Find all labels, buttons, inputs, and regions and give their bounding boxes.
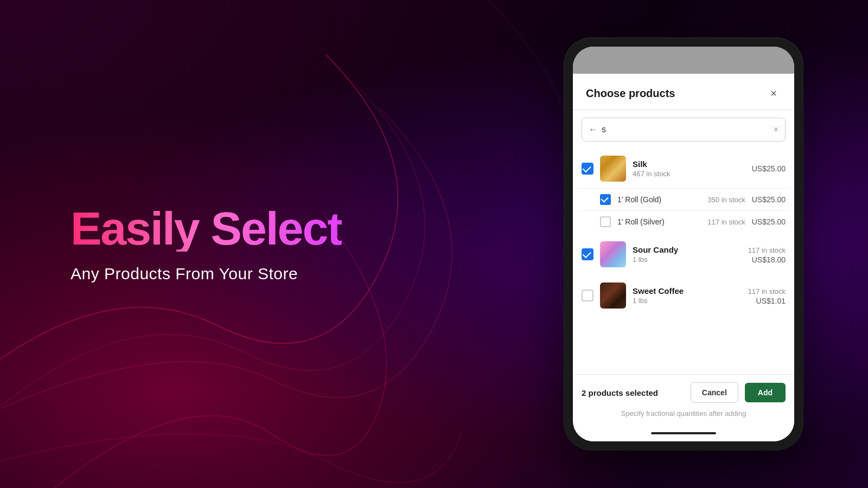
selected-count: 2 products selected [582,388,684,397]
product-price-silk: US$25.00 [752,164,786,173]
product-list: Silk 467 in stock US$25.00 1' Roll (Gold… [573,149,794,374]
product-stock-sweet-coffee: 1 lbs [633,297,742,305]
product-price-sweet-coffee: US$1.01 [756,297,786,305]
product-row-sweet-coffee[interactable]: Sweet Coffee 1 lbs 117 in stock US$1.01 [577,276,790,315]
variant-row-silk-silver[interactable]: 1' Roll (Silver) 117 in stock US$25.00 [577,211,790,233]
product-stock-silk: 467 in stock [633,170,745,178]
product-stock-sour-candy: 1 lbs [633,255,742,264]
sour-candy-right: 117 in stock US$18.00 [748,245,786,264]
checkbox-silk[interactable] [582,163,593,175]
product-row-silk[interactable]: Silk 467 in stock US$25.00 [577,149,790,189]
product-info-sour-candy: Sour Candy 1 lbs [633,245,742,264]
modal-footer: 2 products selected Cancel Add Specify f… [573,374,794,425]
product-price-sour-candy: US$18.00 [752,255,786,264]
product-group-sweet-coffee: Sweet Coffee 1 lbs 117 in stock US$1.01 [577,276,790,315]
product-info-silk: Silk 467 in stock [633,159,745,178]
product-group-silk: Silk 467 in stock US$25.00 1' Roll (Gold… [577,149,790,233]
variant-name-silk-silver: 1' Roll (Silver) [617,217,701,226]
phone-mockup: Choose products × ← s × [564,38,803,450]
search-bar: ← s × [582,118,786,142]
phone-topbar [573,47,794,74]
home-indicator [573,425,794,441]
search-clear-icon[interactable]: × [774,125,778,134]
variant-price-silk-silver: US$25.00 [752,217,786,226]
checkbox-silk-gold[interactable] [600,194,611,205]
product-image-silk [600,156,626,182]
modal-title: Choose products [586,87,675,100]
subheadline: Any Products From Your Store [71,265,342,283]
variant-name-silk-gold: 1' Roll (Gold) [617,195,701,204]
variant-row-silk-gold[interactable]: 1' Roll (Gold) 350 in stock US$25.00 [577,189,790,211]
product-name-sour-candy: Sour Candy [633,245,742,254]
modal: Choose products × ← s × [573,74,794,441]
phone-screen: Choose products × ← s × [573,47,794,441]
modal-header: Choose products × [573,74,794,110]
back-icon[interactable]: ← [589,125,597,134]
variant-stock-silk-gold: 350 in stock [707,196,745,204]
product-stock-right-sour-candy: 117 in stock [748,246,786,254]
sweet-coffee-right: 117 in stock US$1.01 [748,286,786,305]
home-bar [651,432,716,434]
footer-note: Specify fractional quantities after addi… [582,409,786,418]
product-group-sour-candy: Sour Candy 1 lbs 117 in stock US$18.00 [577,235,790,274]
product-name-sweet-coffee: Sweet Coffee [633,286,742,296]
left-panel: Easily Select Any Products From Your Sto… [71,205,342,283]
checkbox-sour-candy[interactable] [582,248,593,260]
headline: Easily Select [71,205,342,252]
product-stock-right-sweet-coffee: 117 in stock [748,287,786,296]
phone-wrapper: Choose products × ← s × [564,38,803,450]
product-name-silk: Silk [633,159,745,169]
footer-actions: 2 products selected Cancel Add [582,382,786,403]
cancel-button[interactable]: Cancel [691,382,738,403]
close-button[interactable]: × [766,86,781,101]
variant-price-silk-gold: US$25.00 [752,195,786,204]
checkbox-sweet-coffee[interactable] [582,290,593,301]
product-image-sour-candy [600,241,626,267]
product-image-sweet-coffee [600,282,626,309]
add-button[interactable]: Add [745,383,786,402]
product-row-sour-candy[interactable]: Sour Candy 1 lbs 117 in stock US$18.00 [577,235,790,274]
variant-stock-silk-silver: 117 in stock [707,218,745,226]
checkbox-silk-silver[interactable] [600,216,611,227]
search-input[interactable]: s [602,125,769,134]
product-info-sweet-coffee: Sweet Coffee 1 lbs [633,286,742,305]
